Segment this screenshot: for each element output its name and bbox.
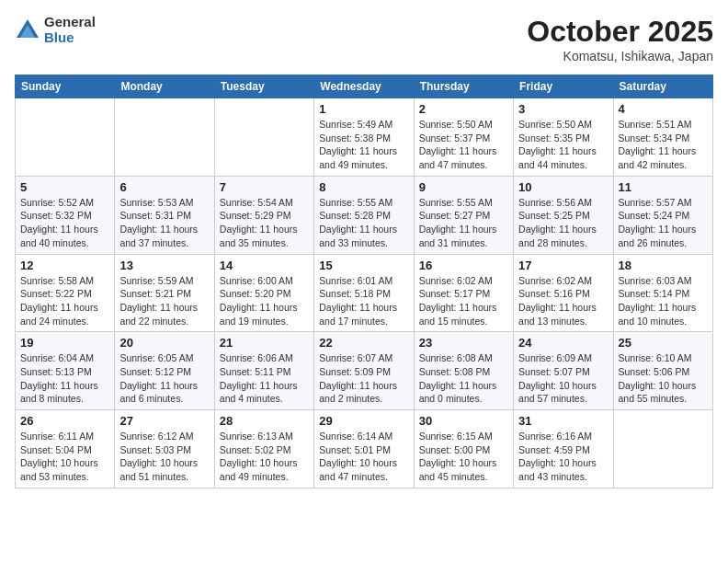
day-info: Sunrise: 6:07 AM Sunset: 5:09 PM Dayligh… (319, 351, 408, 406)
day-number: 28 (220, 414, 309, 428)
day-info: Sunrise: 6:04 AM Sunset: 5:13 PM Dayligh… (20, 351, 109, 406)
calendar-cell: 7Sunrise: 5:54 AM Sunset: 5:29 PM Daylig… (214, 176, 313, 254)
day-number: 6 (119, 180, 209, 194)
day-number: 2 (419, 102, 508, 116)
day-number: 3 (518, 102, 608, 116)
calendar-cell: 30Sunrise: 6:15 AM Sunset: 5:00 PM Dayli… (414, 410, 513, 488)
day-info: Sunrise: 6:05 AM Sunset: 5:12 PM Dayligh… (119, 351, 209, 406)
logo: General Blue (15, 15, 96, 45)
calendar-cell: 18Sunrise: 6:03 AM Sunset: 5:14 PM Dayli… (613, 254, 712, 332)
day-number: 20 (119, 336, 209, 350)
calendar-cell: 23Sunrise: 6:08 AM Sunset: 5:08 PM Dayli… (414, 332, 513, 410)
day-info: Sunrise: 6:09 AM Sunset: 5:07 PM Dayligh… (518, 351, 608, 406)
day-number: 23 (419, 336, 508, 350)
day-info: Sunrise: 5:56 AM Sunset: 5:25 PM Dayligh… (518, 196, 608, 250)
location: Komatsu, Ishikawa, Japan (527, 49, 713, 63)
calendar-cell: 28Sunrise: 6:13 AM Sunset: 5:02 PM Dayli… (214, 410, 313, 488)
day-info: Sunrise: 6:10 AM Sunset: 5:06 PM Dayligh… (619, 351, 708, 406)
calendar-cell: 10Sunrise: 5:56 AM Sunset: 5:25 PM Dayli… (514, 176, 613, 254)
day-number: 18 (619, 259, 708, 272)
calendar-cell: 29Sunrise: 6:14 AM Sunset: 5:01 PM Dayli… (314, 410, 414, 488)
day-number: 31 (518, 414, 608, 428)
calendar-cell: 13Sunrise: 5:59 AM Sunset: 5:21 PM Dayli… (115, 254, 214, 332)
calendar-week-5: 26Sunrise: 6:11 AM Sunset: 5:04 PM Dayli… (16, 410, 713, 488)
day-info: Sunrise: 5:55 AM Sunset: 5:27 PM Dayligh… (419, 196, 508, 250)
calendar-cell: 25Sunrise: 6:10 AM Sunset: 5:06 PM Dayli… (613, 332, 712, 410)
day-info: Sunrise: 6:00 AM Sunset: 5:20 PM Dayligh… (220, 274, 309, 328)
day-info: Sunrise: 5:50 AM Sunset: 5:37 PM Dayligh… (419, 118, 508, 172)
weekday-header-row: SundayMondayTuesdayWednesdayThursdayFrid… (16, 75, 713, 98)
day-info: Sunrise: 5:58 AM Sunset: 5:22 PM Dayligh… (20, 274, 109, 328)
calendar-cell: 2Sunrise: 5:50 AM Sunset: 5:37 PM Daylig… (414, 98, 513, 177)
calendar-cell: 6Sunrise: 5:53 AM Sunset: 5:31 PM Daylig… (115, 176, 214, 254)
day-number: 7 (220, 180, 309, 194)
day-info: Sunrise: 5:54 AM Sunset: 5:29 PM Dayligh… (220, 196, 309, 250)
title-block: October 2025 Komatsu, Ishikawa, Japan (527, 15, 713, 63)
day-info: Sunrise: 5:51 AM Sunset: 5:34 PM Dayligh… (619, 118, 708, 172)
day-number: 24 (518, 336, 608, 350)
day-number: 25 (619, 336, 708, 350)
logo-general: General (44, 15, 96, 30)
calendar-cell: 8Sunrise: 5:55 AM Sunset: 5:28 PM Daylig… (314, 176, 414, 254)
day-info: Sunrise: 5:49 AM Sunset: 5:38 PM Dayligh… (319, 118, 408, 172)
calendar-week-2: 5Sunrise: 5:52 AM Sunset: 5:32 PM Daylig… (16, 176, 713, 254)
weekday-header-wednesday: Wednesday (314, 75, 414, 98)
day-number: 5 (20, 180, 109, 194)
day-number: 19 (20, 336, 109, 350)
calendar-cell: 17Sunrise: 6:02 AM Sunset: 5:16 PM Dayli… (514, 254, 613, 332)
calendar-cell (214, 98, 313, 177)
logo-blue: Blue (44, 30, 96, 46)
day-number: 11 (619, 180, 708, 194)
weekday-header-friday: Friday (514, 75, 613, 98)
day-info: Sunrise: 6:02 AM Sunset: 5:17 PM Dayligh… (419, 274, 508, 328)
day-info: Sunrise: 5:53 AM Sunset: 5:31 PM Dayligh… (119, 196, 209, 250)
calendar-cell: 4Sunrise: 5:51 AM Sunset: 5:34 PM Daylig… (613, 98, 712, 177)
day-number: 9 (419, 180, 508, 194)
day-number: 1 (319, 102, 408, 116)
logo-icon (15, 17, 40, 43)
logo-text: General Blue (44, 15, 96, 45)
day-number: 14 (220, 259, 309, 272)
calendar-cell (613, 410, 712, 488)
day-number: 4 (619, 102, 708, 116)
calendar-cell: 27Sunrise: 6:12 AM Sunset: 5:03 PM Dayli… (115, 410, 214, 488)
day-info: Sunrise: 5:57 AM Sunset: 5:24 PM Dayligh… (619, 196, 708, 250)
calendar-cell: 21Sunrise: 6:06 AM Sunset: 5:11 PM Dayli… (214, 332, 313, 410)
calendar-cell: 14Sunrise: 6:00 AM Sunset: 5:20 PM Dayli… (214, 254, 313, 332)
day-number: 27 (119, 414, 209, 428)
day-number: 29 (319, 414, 408, 428)
page-header: General Blue October 2025 Komatsu, Ishik… (15, 15, 713, 63)
day-info: Sunrise: 5:59 AM Sunset: 5:21 PM Dayligh… (119, 274, 209, 328)
calendar-cell (16, 98, 115, 177)
day-number: 15 (319, 259, 408, 272)
day-number: 13 (119, 259, 209, 272)
calendar-cell: 26Sunrise: 6:11 AM Sunset: 5:04 PM Dayli… (16, 410, 115, 488)
calendar-cell: 24Sunrise: 6:09 AM Sunset: 5:07 PM Dayli… (514, 332, 613, 410)
weekday-header-sunday: Sunday (16, 75, 115, 98)
day-info: Sunrise: 6:14 AM Sunset: 5:01 PM Dayligh… (319, 430, 408, 484)
day-info: Sunrise: 5:50 AM Sunset: 5:35 PM Dayligh… (518, 118, 608, 172)
day-info: Sunrise: 6:08 AM Sunset: 5:08 PM Dayligh… (419, 351, 508, 406)
day-number: 22 (319, 336, 408, 350)
month-title: October 2025 (527, 15, 713, 49)
calendar-cell: 19Sunrise: 6:04 AM Sunset: 5:13 PM Dayli… (16, 332, 115, 410)
day-number: 12 (20, 259, 109, 272)
calendar-cell: 22Sunrise: 6:07 AM Sunset: 5:09 PM Dayli… (314, 332, 414, 410)
calendar-cell: 3Sunrise: 5:50 AM Sunset: 5:35 PM Daylig… (514, 98, 613, 177)
day-info: Sunrise: 6:13 AM Sunset: 5:02 PM Dayligh… (220, 430, 309, 484)
calendar-cell: 1Sunrise: 5:49 AM Sunset: 5:38 PM Daylig… (314, 98, 414, 177)
calendar-week-3: 12Sunrise: 5:58 AM Sunset: 5:22 PM Dayli… (16, 254, 713, 332)
day-info: Sunrise: 6:16 AM Sunset: 4:59 PM Dayligh… (518, 430, 608, 484)
weekday-header-thursday: Thursday (414, 75, 513, 98)
calendar-cell: 20Sunrise: 6:05 AM Sunset: 5:12 PM Dayli… (115, 332, 214, 410)
day-info: Sunrise: 6:03 AM Sunset: 5:14 PM Dayligh… (619, 274, 708, 328)
day-number: 8 (319, 180, 408, 194)
calendar-cell: 16Sunrise: 6:02 AM Sunset: 5:17 PM Dayli… (414, 254, 513, 332)
day-number: 30 (419, 414, 508, 428)
calendar-table: SundayMondayTuesdayWednesdayThursdayFrid… (15, 75, 713, 488)
day-number: 16 (419, 259, 508, 272)
day-info: Sunrise: 5:52 AM Sunset: 5:32 PM Dayligh… (20, 196, 109, 250)
day-info: Sunrise: 6:02 AM Sunset: 5:16 PM Dayligh… (518, 274, 608, 328)
weekday-header-monday: Monday (115, 75, 214, 98)
calendar-cell (115, 98, 214, 177)
